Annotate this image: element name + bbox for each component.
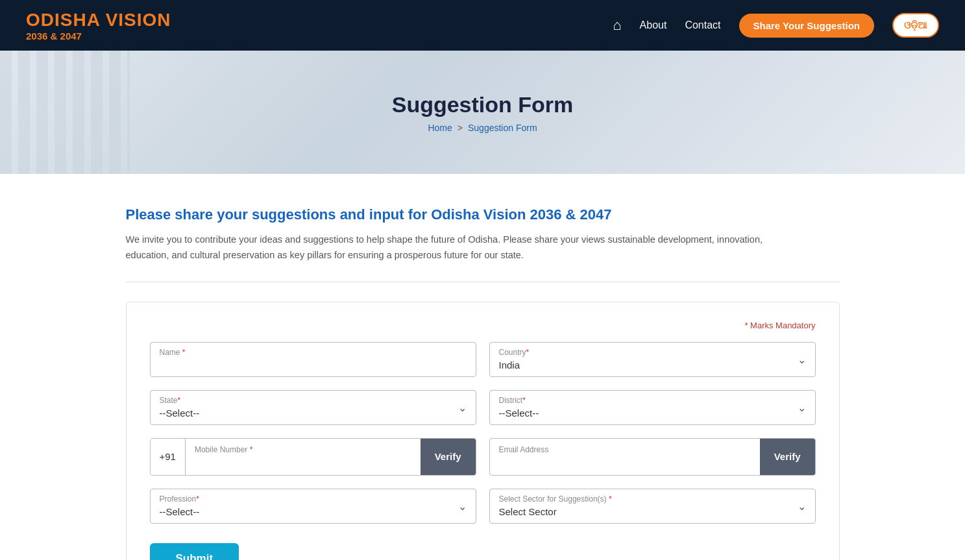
section-description: We invite you to contribute your ideas a…: [126, 232, 807, 263]
state-label: State*: [160, 396, 181, 405]
divider: [126, 282, 840, 282]
breadcrumb-home[interactable]: Home: [428, 123, 452, 133]
email-input[interactable]: [499, 457, 751, 468]
hero-title: Suggestion Form: [392, 92, 574, 117]
profession-select[interactable]: --Select-- Student Farmer Government Emp…: [160, 496, 467, 517]
email-label: Email Address: [499, 445, 751, 454]
brand: ODISHA VISION 2036 & 2047: [26, 10, 171, 42]
state-select[interactable]: --Select-- Odisha: [160, 397, 467, 419]
mandatory-note: * Marks Mandatory: [150, 321, 816, 330]
nav-contact[interactable]: Contact: [685, 19, 720, 31]
district-field: District* --Select-- ⌄: [489, 390, 816, 425]
form-row-2: State* --Select-- Odisha ⌄ District* --S…: [150, 390, 816, 425]
form-row-1: Name * Country* India USA UK ⌄: [150, 342, 816, 377]
mobile-input-wrap: Mobile Number *: [186, 439, 421, 475]
navbar: ODISHA VISION 2036 & 2047 ⌂ About Contac…: [0, 0, 965, 51]
profession-field: Profession* --Select-- Student Farmer Go…: [150, 489, 476, 524]
section-heading: Please share your suggestions and input …: [126, 206, 840, 223]
name-label: Name *: [160, 348, 186, 357]
email-field: Email Address Verify: [489, 438, 816, 476]
name-input[interactable]: [160, 349, 467, 371]
mobile-verify-button[interactable]: Verify: [421, 439, 476, 475]
profession-label: Profession*: [160, 494, 199, 504]
district-label: District*: [499, 396, 526, 405]
name-field: Name *: [150, 342, 476, 377]
submit-button[interactable]: Submit: [150, 543, 239, 560]
form-row-4: Profession* --Select-- Student Farmer Go…: [150, 489, 816, 524]
mobile-input[interactable]: [195, 457, 411, 468]
form-container: * Marks Mandatory Name * Country* India …: [126, 302, 840, 560]
brand-title: ODISHA VISION: [26, 10, 171, 30]
breadcrumb: Home > Suggestion Form: [428, 123, 537, 133]
email-verify-button[interactable]: Verify: [760, 439, 815, 475]
brand-subtitle: 2036 & 2047: [26, 30, 171, 42]
mobile-label: Mobile Number *: [195, 445, 411, 454]
nav-links: ⌂ About Contact Share Your Suggestion ଓଡ…: [613, 13, 939, 38]
country-select[interactable]: India USA UK: [499, 349, 806, 371]
mobile-field: +91 Mobile Number * Verify: [150, 438, 476, 476]
country-label: Country*: [499, 348, 530, 357]
breadcrumb-current: Suggestion Form: [468, 123, 537, 133]
hero-banner: Suggestion Form Home > Suggestion Form: [0, 51, 965, 174]
state-field: State* --Select-- Odisha ⌄: [150, 390, 476, 425]
form-row-3: +91 Mobile Number * Verify Email Address…: [150, 438, 816, 476]
breadcrumb-separator: >: [458, 123, 463, 133]
email-input-wrap: Email Address: [490, 439, 760, 475]
country-field: Country* India USA UK ⌄: [489, 342, 816, 377]
district-select[interactable]: --Select--: [499, 397, 806, 419]
home-icon[interactable]: ⌂: [613, 17, 621, 34]
nav-suggestion-button[interactable]: Share Your Suggestion: [739, 14, 874, 38]
mobile-prefix: +91: [151, 439, 186, 475]
nav-about[interactable]: About: [640, 19, 667, 31]
main-content: Please share your suggestions and input …: [100, 206, 866, 560]
sector-field: Select Sector for Suggestion(s) * Select…: [489, 489, 816, 524]
nav-lang-button[interactable]: ଓଡ଼ିଆ: [892, 13, 939, 38]
sector-label: Select Sector for Suggestion(s) *: [499, 494, 612, 504]
